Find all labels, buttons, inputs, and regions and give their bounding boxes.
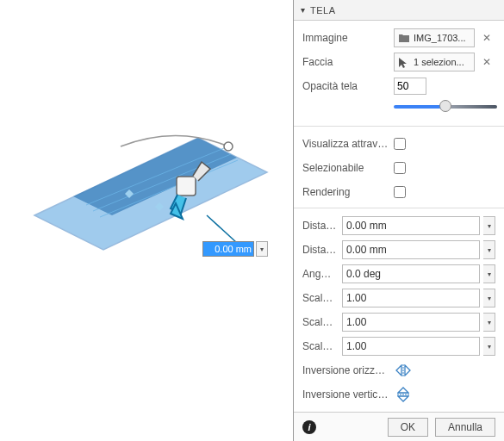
selectable-label: Selezionabile	[302, 162, 389, 174]
opacity-input[interactable]	[394, 78, 426, 95]
dimension-dropdown[interactable]	[256, 241, 268, 257]
rendering-label: Rendering	[302, 186, 389, 198]
folder-icon	[398, 33, 410, 43]
svg-marker-15	[398, 396, 408, 401]
viewthrough-label: Visualizza attravers...	[302, 138, 389, 150]
viewport-3d[interactable]	[0, 0, 293, 441]
fliph-label: Inversione orizzont...	[302, 364, 389, 376]
collapse-icon: ▾	[301, 5, 305, 15]
svg-marker-12	[405, 365, 410, 376]
image-picker[interactable]: IMG_1703...	[394, 28, 475, 47]
distance-x-input[interactable]	[342, 216, 480, 235]
opacity-label: Opacità tela	[302, 80, 389, 92]
svg-marker-14	[398, 388, 408, 393]
flip-vertical-button[interactable]	[394, 386, 413, 403]
face-picker[interactable]: 1 selezion...	[394, 53, 475, 71]
distance-y-label: Distanza Y	[302, 244, 337, 256]
flip-horizontal-button[interactable]	[394, 362, 413, 379]
clear-face-button[interactable]: ✕	[478, 53, 495, 71]
rendering-checkbox[interactable]	[394, 186, 406, 198]
distance-x-spinner[interactable]	[483, 216, 495, 235]
svg-point-7	[224, 142, 233, 151]
svg-rect-8	[177, 177, 196, 196]
info-icon[interactable]: i	[302, 420, 316, 434]
angle-z-label: Angolo Z	[302, 268, 337, 280]
cancel-button[interactable]: Annulla	[435, 418, 495, 437]
properties-panel: ▾ TELA Immagine IMG_1703... ✕ Faccia	[293, 0, 504, 441]
panel-title: TELA	[310, 5, 336, 16]
scale-x-input[interactable]	[342, 289, 480, 307]
dimension-input[interactable]	[202, 241, 254, 257]
face-label: Faccia	[302, 56, 389, 68]
scale-y-input[interactable]	[342, 313, 480, 332]
scale-xy-label: Scala piano XY	[302, 340, 337, 352]
viewthrough-checkbox[interactable]	[394, 138, 406, 150]
svg-marker-11	[396, 365, 401, 376]
scale-xy-input[interactable]	[342, 337, 480, 356]
distance-x-label: Distanza X	[302, 220, 337, 232]
scale-xy-spinner[interactable]	[483, 337, 495, 356]
ok-button[interactable]: OK	[388, 418, 428, 437]
angle-z-spinner[interactable]	[483, 264, 495, 283]
opacity-slider[interactable]	[394, 100, 497, 114]
scale-y-spinner[interactable]	[483, 313, 495, 332]
dimension-input-popup	[202, 241, 268, 257]
canvas-object[interactable]	[26, 112, 276, 258]
scale-x-label: Scala X	[302, 292, 337, 304]
face-selection-text: 1 selezion...	[414, 57, 464, 67]
distance-y-spinner[interactable]	[483, 240, 495, 259]
distance-y-input[interactable]	[342, 240, 480, 259]
image-label: Immagine	[302, 32, 389, 44]
slider-thumb[interactable]	[439, 100, 451, 112]
panel-header[interactable]: ▾ TELA	[294, 0, 504, 21]
cursor-icon	[398, 57, 410, 67]
scale-x-spinner[interactable]	[483, 289, 495, 307]
clear-image-button[interactable]: ✕	[478, 29, 495, 47]
scale-y-label: Scala Y	[302, 316, 337, 328]
angle-z-input[interactable]	[342, 264, 480, 283]
svg-line-10	[207, 215, 237, 243]
image-filename: IMG_1703...	[414, 33, 466, 43]
flipv-label: Inversione verticale	[302, 388, 389, 401]
selectable-checkbox[interactable]	[394, 162, 406, 174]
